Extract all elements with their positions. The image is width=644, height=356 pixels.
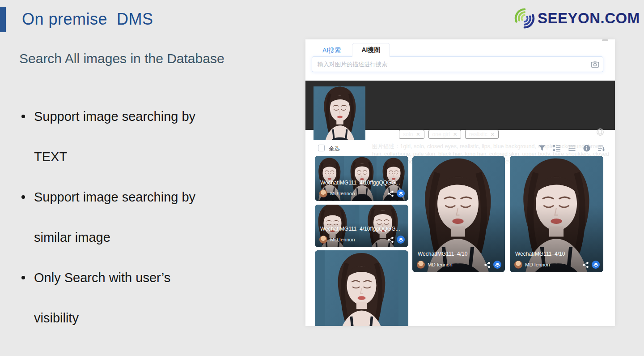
image-filename: WechatIMG111–4/10	[515, 251, 599, 257]
slide-heading: Search All images in the Database	[19, 51, 225, 66]
image-card[interactable]: WechatIMG111–4/10 MD lennon	[510, 156, 603, 272]
bullet-text: similar image	[20, 230, 270, 245]
dms-app-screenshot: AI搜索 AI搜图 AI标签： solo ✕ one girl ✕ realis…	[305, 39, 615, 326]
owner-name: MD lennon	[330, 237, 385, 242]
share-icon[interactable]	[387, 236, 394, 243]
globe-icon[interactable]	[596, 128, 604, 136]
layers-icon	[398, 191, 403, 196]
owner-avatar	[514, 261, 522, 269]
layers-icon	[495, 262, 500, 267]
owner-name: MD lennon	[428, 262, 481, 267]
owner-name: MD lennon	[330, 191, 385, 196]
share-icon[interactable]	[582, 262, 589, 268]
logo-text: seeyon.com	[538, 10, 640, 27]
tag-remove-icon[interactable]: ✕	[416, 132, 420, 137]
bullet-text: Only Search with user’s	[20, 270, 270, 285]
bullet-list: Support image searching by TEXT Support …	[20, 109, 270, 351]
bullet-text: Support image searching by	[20, 109, 270, 124]
tag-remove-icon[interactable]: ✕	[491, 132, 495, 137]
tab-ai-search[interactable]: AI搜索	[322, 47, 341, 55]
card-footer: MD lennon	[319, 235, 405, 244]
image-filename: WechatIMG111–4/10	[418, 251, 500, 257]
image-filename: WechatIMG111–4/10ffggQQGG...	[320, 226, 404, 232]
bullet-text: visibility	[20, 310, 270, 326]
bullet-text: Support image searching by	[20, 189, 270, 205]
image-card[interactable]	[315, 250, 408, 326]
scrollbar-handle[interactable]	[602, 39, 608, 41]
tab-ai-image-search[interactable]: AI搜图	[352, 43, 390, 57]
search-input[interactable]	[312, 56, 603, 72]
selected-image-thumbnail[interactable]	[314, 86, 365, 140]
layers-button[interactable]	[493, 261, 501, 269]
layers-button[interactable]	[592, 261, 600, 269]
image-filename: WechatIMG111–4/10ffggQQGG...	[320, 180, 404, 186]
list-detail-view-icon[interactable]	[553, 144, 561, 152]
info-icon[interactable]	[583, 144, 591, 152]
image-card[interactable]: WechatIMG111–4/10ffggQQGG... MD lennon	[315, 156, 408, 201]
share-icon[interactable]	[387, 190, 394, 197]
tag-remove-icon[interactable]: ✕	[453, 132, 457, 137]
tag-chip[interactable]: one girl ✕	[428, 130, 462, 139]
tag-chip[interactable]: solo ✕	[399, 130, 424, 139]
list-view-icon[interactable]	[568, 144, 576, 152]
filter-icon[interactable]	[538, 144, 546, 152]
layers-icon	[593, 262, 598, 267]
search-bar	[312, 56, 603, 72]
tag-text: solo	[403, 131, 413, 137]
card-footer: MD lennon	[417, 260, 501, 269]
seeyon-logo: seeyon.com	[514, 8, 640, 29]
tag-text: one girl	[432, 131, 450, 137]
layers-button[interactable]	[397, 189, 405, 197]
owner-avatar	[417, 261, 425, 269]
tag-text: realistic	[469, 131, 487, 137]
layers-icon	[398, 237, 403, 242]
owner-avatar	[319, 236, 327, 244]
slide-title: On premise DMS	[22, 10, 153, 29]
camera-icon[interactable]	[591, 60, 599, 69]
ai-tags-row: AI标签： solo ✕ one girl ✕ realistic ✕	[372, 130, 499, 139]
bullet-item: Only Search with user’s visibility	[20, 270, 270, 326]
sort-icon[interactable]	[597, 144, 606, 152]
tag-chip[interactable]: realistic ✕	[465, 130, 499, 139]
card-footer: MD lennon	[319, 189, 405, 198]
owner-avatar	[319, 189, 327, 197]
seeyon-swirl-icon	[514, 8, 535, 29]
share-icon[interactable]	[484, 262, 491, 268]
image-card[interactable]: WechatIMG111–4/10 MD lennon	[412, 156, 505, 272]
bullet-text: TEXT	[20, 149, 270, 164]
bullet-item: Support image searching by similar image	[20, 189, 270, 245]
image-card[interactable]: WechatIMG111–4/10ffggQQGG... MD lennon	[315, 205, 408, 247]
select-all-label: 全选	[329, 145, 340, 153]
ai-tags-label: AI标签：	[372, 130, 395, 138]
card-footer: MD lennon	[514, 260, 600, 269]
owner-name: MD lennon	[525, 262, 580, 267]
layers-button[interactable]	[397, 236, 405, 244]
select-all-checkbox[interactable]	[318, 145, 325, 151]
bullet-item: Support image searching by TEXT	[20, 109, 270, 164]
title-accent-bar	[0, 7, 6, 32]
